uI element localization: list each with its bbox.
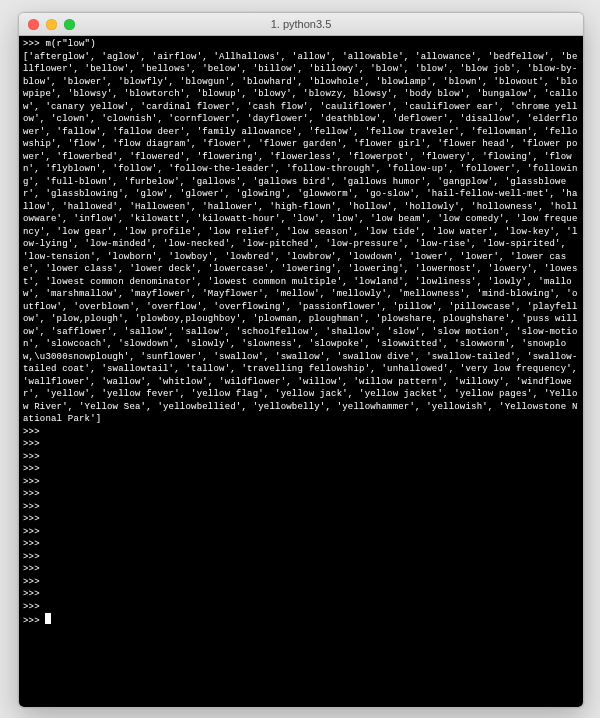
repl-prompt-empty: >>>	[23, 488, 579, 501]
close-button[interactable]	[28, 19, 39, 30]
repl-prompt-empty: >>>	[23, 538, 579, 551]
repl-prompt-active[interactable]: >>>	[23, 613, 579, 628]
titlebar[interactable]: 1. python3.5	[19, 13, 583, 36]
traffic-lights	[19, 19, 75, 30]
repl-prompt-empty: >>>	[23, 563, 579, 576]
repl-output: ['afterglow', 'aglow', 'airflow', 'Allha…	[23, 51, 579, 426]
minimize-button[interactable]	[46, 19, 57, 30]
repl-prompt-empty: >>>	[23, 463, 579, 476]
repl-prompt-empty: >>>	[23, 426, 579, 439]
terminal-window: 1. python3.5 >>> m(r"low")['afterglow', …	[18, 12, 584, 708]
repl-prompt-empty: >>>	[23, 576, 579, 589]
zoom-button[interactable]	[64, 19, 75, 30]
window-title: 1. python3.5	[19, 18, 583, 30]
repl-prompt-empty: >>>	[23, 526, 579, 539]
repl-prompt-empty: >>>	[23, 451, 579, 464]
repl-prompt-empty: >>>	[23, 601, 579, 614]
repl-prompt-empty: >>>	[23, 588, 579, 601]
cursor	[45, 613, 51, 624]
repl-prompt-empty: >>>	[23, 513, 579, 526]
repl-prompt-empty: >>>	[23, 438, 579, 451]
terminal-body[interactable]: >>> m(r"low")['afterglow', 'aglow', 'air…	[19, 36, 583, 707]
repl-prompt-empty: >>>	[23, 551, 579, 564]
repl-prompt-empty: >>>	[23, 476, 579, 489]
repl-prompt-empty: >>>	[23, 501, 579, 514]
repl-input-line: >>> m(r"low")	[23, 38, 579, 51]
